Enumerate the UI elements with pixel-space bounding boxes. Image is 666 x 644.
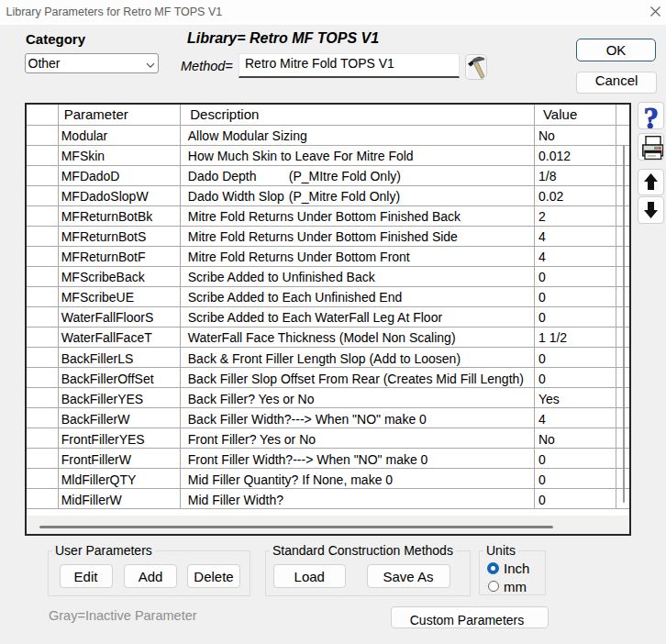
svg-text:?: ? [644, 103, 660, 128]
